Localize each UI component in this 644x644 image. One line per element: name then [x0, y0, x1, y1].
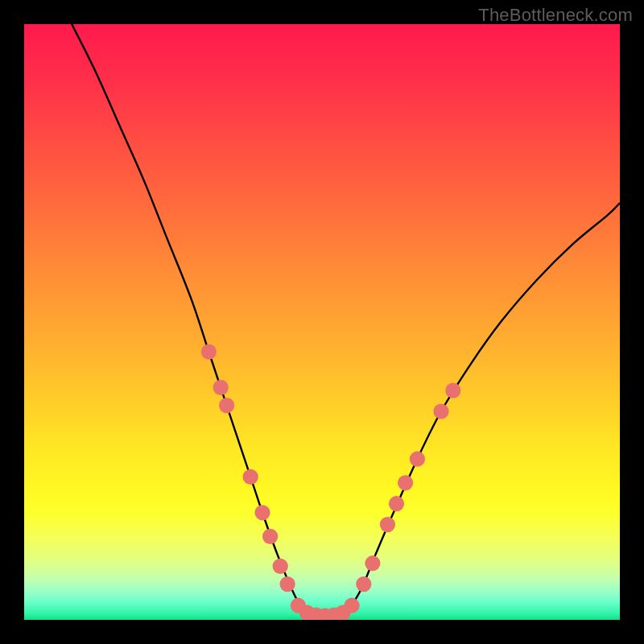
curve-marker: [201, 344, 217, 359]
bottleneck-curve: [24, 24, 620, 620]
watermark-text: TheBottleneck.com: [478, 5, 633, 26]
curve-marker: [356, 576, 371, 592]
v-curve-path: [72, 24, 620, 618]
curve-marker: [254, 505, 270, 520]
curve-marker: [213, 380, 229, 395]
curve-marker: [219, 398, 234, 413]
curve-marker: [380, 517, 395, 532]
curve-marker: [344, 598, 359, 613]
curve-marker: [389, 496, 404, 511]
curve-marker: [365, 555, 380, 571]
curve-marker: [273, 559, 288, 574]
plot-area: [24, 24, 620, 620]
chart-frame: TheBottleneck.com: [0, 0, 644, 644]
curve-marker: [262, 529, 278, 544]
curve-marker: [398, 475, 413, 490]
curve-marker: [410, 452, 425, 467]
curve-marker: [433, 403, 448, 419]
curve-marker: [445, 382, 460, 398]
curve-marker: [279, 576, 295, 592]
curve-marker: [243, 469, 258, 485]
